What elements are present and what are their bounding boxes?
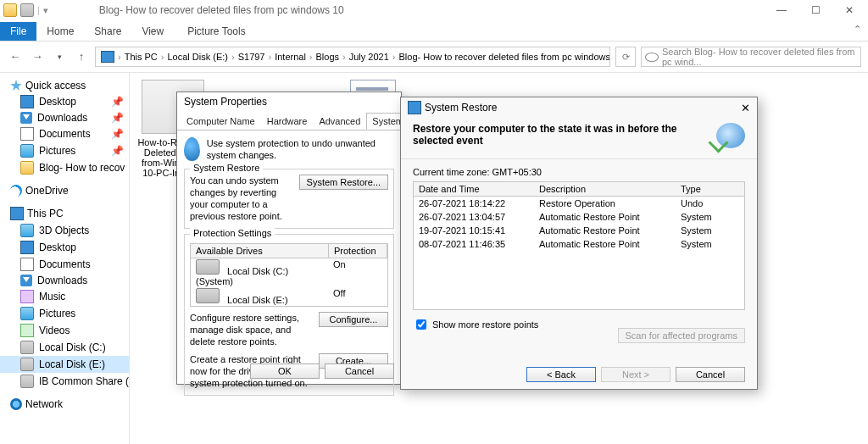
nav-row: ← → ▾ ↑ › This PC› Local Disk (E:)› S179…: [0, 42, 868, 73]
nav-pane: Quick access Desktop📌 Downloads📌 Documen…: [0, 73, 130, 444]
search-placeholder: Search Blog- How to recover deleted file…: [662, 47, 857, 67]
drive-row[interactable]: Local Disk (C:) (System) On: [191, 258, 387, 287]
breadcrumb-seg[interactable]: Blog- How to recover deleted files from …: [399, 52, 611, 62]
tab-hardware[interactable]: Hardware: [261, 113, 314, 130]
pc-icon: [10, 207, 24, 220]
pictures-icon: [20, 144, 34, 158]
sidebar-network[interactable]: Network: [0, 397, 129, 412]
dialog-title: System Restore: [425, 102, 497, 114]
close-button[interactable]: ✕: [741, 102, 750, 114]
qat-sep: |: [37, 5, 40, 15]
sidebar-item-3dobjects[interactable]: 3D Objects: [0, 222, 129, 239]
desktop-icon: [20, 241, 34, 254]
sidebar-item-videos[interactable]: Videos: [0, 322, 129, 339]
breadcrumb-seg[interactable]: Internal: [275, 52, 306, 62]
desktop-icon: [20, 95, 34, 108]
drives-table: Available Drives Protection Local Disk (…: [190, 243, 388, 307]
cancel-button[interactable]: Cancel: [325, 364, 394, 379]
ribbon: File Home Share View Picture Tools ⌃: [0, 20, 868, 42]
maximize-button[interactable]: ☐: [798, 0, 832, 20]
system-restore-group: System Restore You can undo system chang…: [184, 169, 394, 229]
restore-point-row[interactable]: 26-07-2021 13:04:57Automatic Restore Poi…: [414, 210, 744, 224]
tab-system-protection[interactable]: System Protection: [366, 113, 401, 130]
restore-point-row[interactable]: 19-07-2021 10:15:41Automatic Restore Poi…: [414, 224, 744, 237]
system-properties-dialog: System Properties Computer Name Hardware…: [176, 92, 402, 385]
search-box[interactable]: Search Blog- How to recover deleted file…: [641, 47, 861, 67]
sidebar-this-pc[interactable]: This PC: [0, 205, 129, 222]
sidebar-onedrive[interactable]: OneDrive: [0, 183, 129, 198]
nav-forward-button[interactable]: →: [29, 48, 46, 65]
restore-point-row[interactable]: 26-07-2021 18:14:22Restore OperationUndo: [414, 197, 744, 210]
breadcrumb-seg[interactable]: This PC: [125, 52, 158, 62]
refresh-button[interactable]: ⟳: [615, 47, 636, 67]
ok-button[interactable]: OK: [250, 364, 320, 379]
documents-icon: [20, 127, 34, 141]
col-type: Type: [676, 182, 744, 196]
sidebar-item-downloads[interactable]: Downloads📌: [0, 110, 129, 125]
sidebar-item-desktop2[interactable]: Desktop: [0, 239, 129, 256]
sidebar-item-blog[interactable]: Blog- How to recov: [0, 159, 129, 176]
sidebar-item-documents[interactable]: Documents📌: [0, 125, 129, 142]
group-label: Protection Settings: [190, 228, 275, 238]
folder-icon: [3, 3, 17, 17]
sidebar-item-pictures[interactable]: Pictures📌: [0, 142, 129, 159]
search-icon: [645, 53, 659, 62]
breadcrumb-seg[interactable]: S1797: [238, 52, 265, 62]
dialog-titlebar: System Restore ✕: [401, 97, 757, 118]
onedrive-icon: [10, 185, 22, 197]
netdrive-icon: [20, 375, 34, 388]
breadcrumb-seg[interactable]: Local Disk (E:): [167, 52, 228, 62]
configure-text: Configure restore settings, manage disk …: [190, 312, 314, 348]
folder-icon: [20, 161, 34, 175]
breadcrumb[interactable]: › This PC› Local Disk (E:)› S1797› Inter…: [95, 47, 610, 67]
back-button[interactable]: < Back: [526, 367, 596, 382]
tab-view[interactable]: View: [131, 22, 174, 41]
sidebar-item-c[interactable]: Local Disk (C:): [0, 339, 129, 356]
restore-point-row[interactable]: 08-07-2021 11:46:35Automatic Restore Poi…: [414, 237, 744, 251]
drive-icon: [196, 288, 220, 303]
scan-button[interactable]: Scan for affected programs: [618, 328, 745, 343]
drive-icon: [20, 3, 34, 17]
tab-advanced[interactable]: Advanced: [313, 113, 366, 130]
restore-globe-icon: [716, 123, 745, 148]
tab-home[interactable]: Home: [36, 22, 84, 41]
col-drive: Available Drives: [191, 244, 329, 258]
show-more-input[interactable]: [416, 319, 426, 330]
network-icon: [10, 398, 22, 410]
system-restore-button[interactable]: System Restore...: [299, 175, 388, 190]
pictures-icon: [20, 307, 34, 320]
sidebar-item-documents2[interactable]: Documents: [0, 256, 129, 273]
system-protection-intro: Use system protection to undo unwanted s…: [207, 137, 394, 162]
breadcrumb-seg[interactable]: Blogs: [316, 52, 340, 62]
tab-share[interactable]: Share: [84, 22, 131, 41]
qat-chevron-icon[interactable]: ▾: [43, 5, 48, 16]
restore-text: You can undo system changes by reverting…: [190, 175, 294, 223]
sidebar-item-downloads2[interactable]: Downloads: [0, 273, 129, 288]
nav-history-chevron[interactable]: ▾: [51, 48, 68, 65]
configure-button[interactable]: Configure...: [319, 312, 388, 327]
sidebar-item-music[interactable]: Music: [0, 288, 129, 305]
file-tab[interactable]: File: [0, 22, 36, 41]
sidebar-item-desktop[interactable]: Desktop📌: [0, 93, 129, 110]
cancel-button[interactable]: Cancel: [676, 367, 745, 382]
nav-back-button[interactable]: ←: [7, 48, 24, 65]
breadcrumb-seg[interactable]: July 2021: [349, 52, 389, 62]
close-button[interactable]: ✕: [832, 0, 866, 20]
tab-computer-name[interactable]: Computer Name: [181, 113, 261, 130]
ribbon-chevron-icon[interactable]: ⌃: [854, 24, 861, 35]
tab-picture-tools[interactable]: Picture Tools: [177, 22, 255, 41]
nav-up-button[interactable]: ↑: [73, 48, 90, 65]
next-button[interactable]: Next >: [601, 367, 670, 382]
videos-icon: [20, 324, 34, 337]
sidebar-item-share[interactable]: IB Common Share (: [0, 373, 129, 390]
sidebar-item-pictures2[interactable]: Pictures: [0, 305, 129, 322]
music-icon: [20, 290, 34, 303]
timezone-label: Current time zone: GMT+05:30: [413, 166, 745, 178]
sidebar-quick-access[interactable]: Quick access: [0, 78, 129, 93]
col-protection: Protection: [329, 244, 387, 258]
tabstrip: Computer Name Hardware Advanced System P…: [177, 111, 401, 130]
downloads-icon: [20, 112, 32, 124]
minimize-button[interactable]: —: [765, 0, 798, 20]
drive-row[interactable]: Local Disk (E:) Off: [191, 287, 387, 306]
sidebar-item-e[interactable]: Local Disk (E:): [0, 356, 129, 373]
